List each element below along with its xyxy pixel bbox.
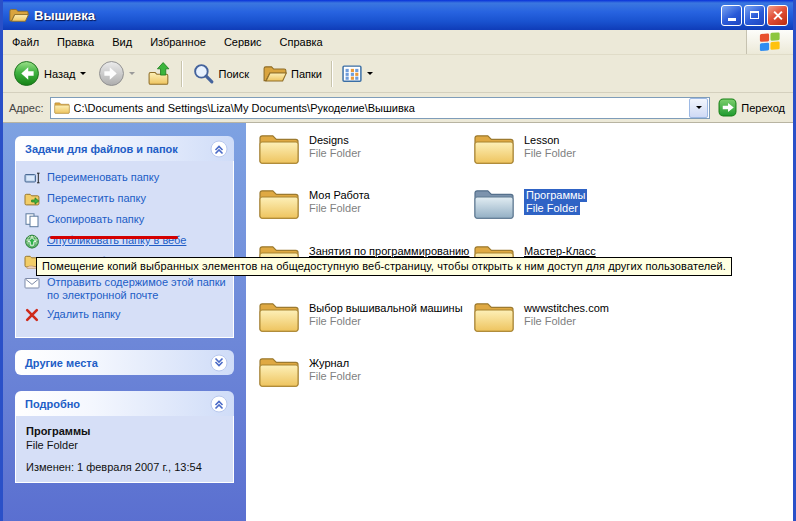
folder-tile-moya-rabota[interactable]: Моя РаботаFile Folder (258, 186, 476, 220)
folder-icon (473, 131, 515, 165)
tooltip: Помещение копий выбранных элементов на о… (36, 257, 732, 276)
go-button[interactable]: Переход (716, 98, 787, 117)
folder-tile-wwwstitches[interactable]: wwwstitches.comFile Folder (473, 299, 691, 333)
back-dropdown-caret[interactable] (80, 72, 86, 78)
folder-open-icon (9, 7, 29, 23)
close-icon (772, 10, 783, 21)
toolbar-separator (331, 61, 333, 87)
task-copy-folder[interactable]: Скопировать папку (24, 213, 227, 228)
close-button[interactable] (767, 5, 788, 26)
windows-logo (746, 30, 793, 54)
menu-view[interactable]: Вид (103, 30, 141, 54)
folders-icon (263, 64, 287, 83)
search-icon (192, 62, 215, 85)
chevron-down-icon[interactable] (210, 354, 228, 372)
chevron-up-icon[interactable] (210, 395, 228, 413)
address-path[interactable]: C:\Documents and Settings\Liza\My Docume… (74, 102, 689, 114)
folder-icon (258, 186, 300, 220)
panel-details: Подробно Программы File Folder Изменен: … (15, 391, 234, 483)
address-dropdown-button[interactable] (689, 98, 708, 118)
folder-tile-designs[interactable]: DesignsFile Folder (258, 131, 476, 165)
back-arrow-icon (13, 60, 40, 87)
folder-tile-vybor-mashiny[interactable]: Выбор вышивальной машиныFile Folder (258, 299, 476, 333)
forward-dropdown-caret[interactable] (129, 72, 135, 78)
up-button[interactable] (143, 59, 176, 88)
search-button[interactable]: Поиск (188, 60, 253, 87)
folder-icon (258, 354, 300, 388)
panel-title: Задачи для файлов и папок (25, 143, 178, 155)
address-label: Адрес: (9, 102, 44, 114)
task-pane: Задачи для файлов и папок Переименовать … (3, 123, 246, 521)
explorer-window: Вышивка Файл Правка Вид Избранное Сервис… (0, 0, 796, 521)
menu-tools[interactable]: Сервис (215, 30, 271, 54)
chevron-up-icon[interactable] (210, 140, 228, 158)
email-icon (24, 275, 40, 291)
address-combo[interactable]: C:\Documents and Settings\Liza\My Docume… (50, 97, 711, 119)
views-icon (342, 65, 363, 83)
panel-title: Подробно (25, 398, 80, 410)
minimize-icon (728, 18, 736, 21)
task-email-folder[interactable]: Отправить содержимое этой папки по элект… (24, 276, 227, 302)
main-area: Задачи для файлов и папок Переименовать … (3, 123, 793, 521)
move-icon (24, 191, 40, 207)
folder-icon (473, 299, 515, 333)
folder-icon (54, 101, 70, 114)
folder-up-icon (147, 61, 172, 86)
menu-help[interactable]: Справка (271, 30, 332, 54)
panel-other-places: Другие места (15, 350, 234, 375)
folder-tile-lesson[interactable]: LessonFile Folder (473, 131, 691, 165)
folder-tile-programmy-selected[interactable]: ПрограммыFile Folder (473, 186, 691, 220)
minimize-button[interactable] (721, 5, 742, 26)
forward-arrow-icon (98, 60, 125, 87)
folders-label: Папки (291, 68, 322, 80)
file-list: DesignsFile Folder LessonFile Folder Моя… (246, 123, 793, 521)
folder-icon (258, 131, 300, 165)
folders-button[interactable]: Папки (259, 62, 326, 85)
details-folder-name: Программы (26, 424, 225, 438)
menu-bar: Файл Правка Вид Избранное Сервис Справка (3, 30, 793, 55)
copy-icon (24, 212, 40, 228)
toolbar-separator (181, 61, 183, 87)
maximize-button[interactable] (744, 5, 765, 26)
folder-selected-icon (473, 186, 515, 220)
panel-file-tasks-header[interactable]: Задачи для файлов и папок (15, 136, 234, 161)
menu-edit[interactable]: Правка (48, 30, 103, 54)
red-underline-annotation (50, 236, 178, 239)
publish-icon (24, 233, 40, 249)
delete-icon (24, 307, 40, 323)
menu-file[interactable]: Файл (3, 30, 48, 54)
go-arrow-icon (718, 98, 737, 117)
panel-file-tasks-body: Переименовать папку Переместить папку Ск… (15, 161, 234, 338)
views-button[interactable] (338, 63, 377, 85)
views-dropdown-caret (367, 72, 373, 78)
title-bar: Вышивка (3, 0, 793, 30)
panel-details-header[interactable]: Подробно (15, 391, 234, 416)
menu-favorites[interactable]: Избранное (141, 30, 215, 54)
search-label: Поиск (219, 68, 249, 80)
maximize-icon (750, 11, 759, 19)
panel-title: Другие места (25, 357, 98, 369)
back-button[interactable]: Назад (9, 58, 80, 89)
folder-tile-zhurnal[interactable]: ЖурналFile Folder (258, 354, 476, 388)
panel-details-body: Программы File Folder Изменен: 1 февраля… (15, 416, 234, 483)
address-bar: Адрес: C:\Documents and Settings\Liza\My… (3, 93, 793, 123)
rename-icon (24, 170, 40, 186)
toolbar: Назад Поиск Папки (3, 55, 793, 93)
windows-flag-icon (758, 31, 782, 53)
folder-icon (258, 299, 300, 333)
window-title: Вышивка (34, 8, 721, 23)
forward-button[interactable] (94, 58, 129, 89)
chevron-down-icon (696, 106, 702, 112)
back-label: Назад (44, 68, 76, 80)
task-rename-folder[interactable]: Переименовать папку (24, 171, 227, 186)
task-move-folder[interactable]: Переместить папку (24, 192, 227, 207)
task-delete-folder[interactable]: Удалить папку (24, 308, 227, 323)
details-folder-type: File Folder (26, 438, 225, 452)
panel-other-places-header[interactable]: Другие места (15, 350, 234, 375)
go-label: Переход (741, 102, 785, 114)
details-modified: Изменен: 1 февраля 2007 г., 13:54 (26, 460, 225, 474)
